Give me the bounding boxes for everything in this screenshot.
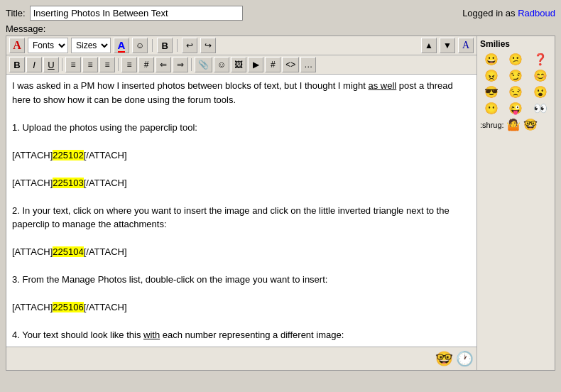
smiley-8[interactable]: 😒: [504, 85, 527, 99]
resize-down-button[interactable]: ▼: [440, 38, 455, 53]
align-center-button[interactable]: ≡: [82, 57, 98, 72]
toolbar-row1: A Fonts Sizes A ☺ B ↩ ↪: [6, 36, 476, 55]
redo-icon: ↪: [205, 40, 212, 50]
footer-emoji1: 🤓: [435, 350, 453, 367]
smiley-11[interactable]: 😜: [504, 101, 527, 116]
as-well-link: as well: [369, 80, 397, 91]
editor-content[interactable]: I was asked in a PM how I inserted photo…: [6, 75, 476, 347]
title-label: Title:: [6, 8, 26, 18]
font-size-button2[interactable]: A: [458, 38, 474, 53]
shrug-label: :shrug:: [480, 121, 504, 129]
image-button[interactable]: 🖼: [231, 57, 246, 72]
font-icon2: A: [462, 40, 469, 51]
align-right-button[interactable]: ≡: [99, 57, 115, 72]
message-label: Message:: [6, 23, 555, 34]
underline-button[interactable]: U: [43, 57, 59, 72]
smiley-12[interactable]: 👀: [529, 101, 552, 116]
smilies-grid: 😀 😕 ❓ 😠 😏 😊 😎 😒 😮 😶 😜 👀: [480, 52, 552, 116]
list-ul-button[interactable]: ≡: [121, 57, 137, 72]
attach-button[interactable]: 📎: [195, 57, 212, 72]
code-button[interactable]: <>: [282, 57, 299, 72]
attach-tag-1: 225102: [53, 150, 83, 160]
undo-button[interactable]: ↩: [182, 38, 197, 53]
editor-wrapper: A Fonts Sizes A ☺ B ↩ ↪: [6, 36, 555, 371]
media-button[interactable]: ▶: [248, 57, 263, 72]
undo-icon: ↩: [186, 40, 193, 50]
smiley-button[interactable]: ☺: [132, 38, 148, 53]
sep5: [191, 58, 192, 71]
smiley-10[interactable]: 😶: [480, 101, 503, 116]
top-bar: Title: Logged in as Radboud: [6, 6, 555, 21]
font-a-icon: A: [13, 39, 21, 52]
title-input[interactable]: [30, 6, 243, 21]
fonts-select[interactable]: Fonts: [28, 38, 68, 53]
editor-main: A Fonts Sizes A ☺ B ↩ ↪: [6, 36, 476, 370]
smiley-4[interactable]: 😠: [480, 68, 503, 83]
attach-tag-3: 225104: [53, 246, 83, 257]
separator1: [152, 39, 153, 52]
with-underline: with: [143, 330, 160, 340]
bold-format-icon: B: [162, 40, 168, 51]
smiley-9[interactable]: 😮: [529, 85, 552, 99]
redo-button[interactable]: ↪: [200, 38, 216, 53]
title-section: Title:: [6, 6, 243, 21]
align-left-button[interactable]: ≡: [65, 57, 81, 72]
shrug-row: :shrug: 🤷 🤓: [480, 117, 552, 132]
username-link[interactable]: Radboud: [518, 8, 555, 18]
toolbar-row2: B I U ≡ ≡ ≡ ≡ # ⇐ ⇒ 📎 ☺ 🖼 ▶ # <> …: [6, 55, 476, 75]
smiley-3[interactable]: ❓: [529, 52, 552, 67]
outdent-button[interactable]: ⇐: [156, 57, 171, 72]
smiley-5[interactable]: 😏: [504, 68, 527, 83]
attach-tag-2: 225103: [53, 178, 83, 188]
smilies-panel: Smilies 😀 😕 ❓ 😠 😏 😊 😎 😒 😮 😶 😜 👀 :shrug: …: [476, 36, 555, 370]
indent-button[interactable]: ⇒: [173, 57, 188, 72]
shrug-icon[interactable]: 🤷: [506, 117, 521, 132]
smilies-title: Smilies: [480, 39, 552, 49]
bold-button[interactable]: B: [9, 57, 25, 72]
smiley-2[interactable]: 😕: [504, 52, 527, 67]
smiley-7[interactable]: 😎: [480, 85, 503, 99]
hash-button[interactable]: #: [265, 57, 280, 72]
smiley-6[interactable]: 😊: [529, 68, 552, 83]
extra-smiley[interactable]: 🤓: [523, 117, 538, 132]
editor-footer: 🤓 🕐: [6, 347, 476, 370]
italic-button[interactable]: I: [26, 57, 42, 72]
color-a-icon: A: [118, 39, 126, 53]
smilies-tb-button[interactable]: ☺: [214, 57, 229, 72]
separator2: [177, 39, 178, 52]
sep3: [62, 58, 62, 71]
attach-tag-4: 225106: [53, 302, 83, 312]
list-ol-button[interactable]: #: [138, 57, 154, 72]
color-button[interactable]: A: [114, 38, 129, 53]
font-icon-button[interactable]: A: [9, 38, 25, 53]
footer-emoji2: 🕐: [456, 350, 474, 367]
smiley-1[interactable]: 😀: [480, 52, 503, 67]
sep4: [118, 58, 119, 71]
smiley-icon: ☺: [136, 40, 144, 50]
resize-up-button[interactable]: ▲: [421, 38, 437, 53]
more-button[interactable]: …: [300, 57, 316, 72]
sizes-select[interactable]: Sizes: [71, 38, 111, 53]
bold-format-button[interactable]: B: [157, 38, 173, 53]
logged-in-text: Logged in as Radboud: [462, 8, 555, 18]
